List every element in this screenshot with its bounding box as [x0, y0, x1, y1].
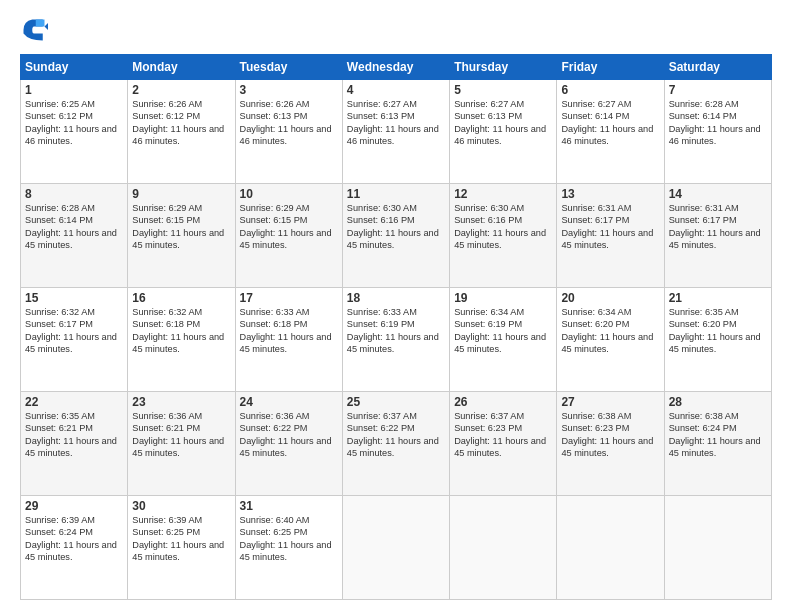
day-number: 5	[454, 83, 552, 97]
calendar-cell: 24 Sunrise: 6:36 AM Sunset: 6:22 PM Dayl…	[235, 392, 342, 496]
day-info: Sunrise: 6:30 AM Sunset: 6:16 PM Dayligh…	[454, 202, 552, 252]
day-number: 22	[25, 395, 123, 409]
calendar-cell: 1 Sunrise: 6:25 AM Sunset: 6:12 PM Dayli…	[21, 80, 128, 184]
day-info: Sunrise: 6:29 AM Sunset: 6:15 PM Dayligh…	[132, 202, 230, 252]
calendar-cell: 5 Sunrise: 6:27 AM Sunset: 6:13 PM Dayli…	[450, 80, 557, 184]
day-number: 4	[347, 83, 445, 97]
weekday-header-tuesday: Tuesday	[235, 55, 342, 80]
day-info: Sunrise: 6:34 AM Sunset: 6:19 PM Dayligh…	[454, 306, 552, 356]
day-info: Sunrise: 6:29 AM Sunset: 6:15 PM Dayligh…	[240, 202, 338, 252]
calendar-cell: 20 Sunrise: 6:34 AM Sunset: 6:20 PM Dayl…	[557, 288, 664, 392]
calendar-cell: 16 Sunrise: 6:32 AM Sunset: 6:18 PM Dayl…	[128, 288, 235, 392]
calendar-cell: 12 Sunrise: 6:30 AM Sunset: 6:16 PM Dayl…	[450, 184, 557, 288]
day-number: 31	[240, 499, 338, 513]
day-number: 9	[132, 187, 230, 201]
weekday-header-monday: Monday	[128, 55, 235, 80]
calendar-cell: 19 Sunrise: 6:34 AM Sunset: 6:19 PM Dayl…	[450, 288, 557, 392]
day-info: Sunrise: 6:37 AM Sunset: 6:22 PM Dayligh…	[347, 410, 445, 460]
day-info: Sunrise: 6:35 AM Sunset: 6:20 PM Dayligh…	[669, 306, 767, 356]
day-info: Sunrise: 6:30 AM Sunset: 6:16 PM Dayligh…	[347, 202, 445, 252]
day-info: Sunrise: 6:34 AM Sunset: 6:20 PM Dayligh…	[561, 306, 659, 356]
calendar-cell: 21 Sunrise: 6:35 AM Sunset: 6:20 PM Dayl…	[664, 288, 771, 392]
logo	[20, 16, 52, 44]
day-info: Sunrise: 6:39 AM Sunset: 6:24 PM Dayligh…	[25, 514, 123, 564]
calendar-cell: 25 Sunrise: 6:37 AM Sunset: 6:22 PM Dayl…	[342, 392, 449, 496]
calendar-cell: 9 Sunrise: 6:29 AM Sunset: 6:15 PM Dayli…	[128, 184, 235, 288]
calendar-cell	[557, 496, 664, 600]
calendar-cell: 29 Sunrise: 6:39 AM Sunset: 6:24 PM Dayl…	[21, 496, 128, 600]
day-number: 17	[240, 291, 338, 305]
day-number: 12	[454, 187, 552, 201]
day-number: 18	[347, 291, 445, 305]
calendar-cell: 10 Sunrise: 6:29 AM Sunset: 6:15 PM Dayl…	[235, 184, 342, 288]
calendar-cell: 15 Sunrise: 6:32 AM Sunset: 6:17 PM Dayl…	[21, 288, 128, 392]
day-info: Sunrise: 6:36 AM Sunset: 6:21 PM Dayligh…	[132, 410, 230, 460]
page: SundayMondayTuesdayWednesdayThursdayFrid…	[0, 0, 792, 612]
calendar-cell: 28 Sunrise: 6:38 AM Sunset: 6:24 PM Dayl…	[664, 392, 771, 496]
day-info: Sunrise: 6:31 AM Sunset: 6:17 PM Dayligh…	[561, 202, 659, 252]
day-number: 3	[240, 83, 338, 97]
logo-icon	[20, 16, 48, 44]
calendar-cell: 22 Sunrise: 6:35 AM Sunset: 6:21 PM Dayl…	[21, 392, 128, 496]
calendar-cell: 17 Sunrise: 6:33 AM Sunset: 6:18 PM Dayl…	[235, 288, 342, 392]
day-number: 25	[347, 395, 445, 409]
day-info: Sunrise: 6:28 AM Sunset: 6:14 PM Dayligh…	[25, 202, 123, 252]
day-info: Sunrise: 6:31 AM Sunset: 6:17 PM Dayligh…	[669, 202, 767, 252]
calendar-cell: 27 Sunrise: 6:38 AM Sunset: 6:23 PM Dayl…	[557, 392, 664, 496]
day-info: Sunrise: 6:28 AM Sunset: 6:14 PM Dayligh…	[669, 98, 767, 148]
day-info: Sunrise: 6:33 AM Sunset: 6:18 PM Dayligh…	[240, 306, 338, 356]
weekday-header-sunday: Sunday	[21, 55, 128, 80]
calendar-cell: 18 Sunrise: 6:33 AM Sunset: 6:19 PM Dayl…	[342, 288, 449, 392]
day-number: 23	[132, 395, 230, 409]
weekday-header-thursday: Thursday	[450, 55, 557, 80]
calendar-cell: 4 Sunrise: 6:27 AM Sunset: 6:13 PM Dayli…	[342, 80, 449, 184]
day-number: 6	[561, 83, 659, 97]
calendar-cell: 31 Sunrise: 6:40 AM Sunset: 6:25 PM Dayl…	[235, 496, 342, 600]
day-number: 8	[25, 187, 123, 201]
day-info: Sunrise: 6:27 AM Sunset: 6:13 PM Dayligh…	[454, 98, 552, 148]
calendar-cell: 30 Sunrise: 6:39 AM Sunset: 6:25 PM Dayl…	[128, 496, 235, 600]
weekday-header-friday: Friday	[557, 55, 664, 80]
day-number: 20	[561, 291, 659, 305]
day-info: Sunrise: 6:27 AM Sunset: 6:13 PM Dayligh…	[347, 98, 445, 148]
day-info: Sunrise: 6:27 AM Sunset: 6:14 PM Dayligh…	[561, 98, 659, 148]
day-info: Sunrise: 6:38 AM Sunset: 6:23 PM Dayligh…	[561, 410, 659, 460]
day-number: 28	[669, 395, 767, 409]
day-info: Sunrise: 6:33 AM Sunset: 6:19 PM Dayligh…	[347, 306, 445, 356]
day-number: 24	[240, 395, 338, 409]
day-info: Sunrise: 6:32 AM Sunset: 6:18 PM Dayligh…	[132, 306, 230, 356]
day-info: Sunrise: 6:38 AM Sunset: 6:24 PM Dayligh…	[669, 410, 767, 460]
calendar-cell: 2 Sunrise: 6:26 AM Sunset: 6:12 PM Dayli…	[128, 80, 235, 184]
weekday-header-wednesday: Wednesday	[342, 55, 449, 80]
day-number: 10	[240, 187, 338, 201]
calendar-cell	[342, 496, 449, 600]
day-number: 15	[25, 291, 123, 305]
day-number: 21	[669, 291, 767, 305]
day-number: 11	[347, 187, 445, 201]
day-number: 19	[454, 291, 552, 305]
day-number: 27	[561, 395, 659, 409]
day-info: Sunrise: 6:40 AM Sunset: 6:25 PM Dayligh…	[240, 514, 338, 564]
day-info: Sunrise: 6:39 AM Sunset: 6:25 PM Dayligh…	[132, 514, 230, 564]
calendar-cell: 7 Sunrise: 6:28 AM Sunset: 6:14 PM Dayli…	[664, 80, 771, 184]
day-number: 2	[132, 83, 230, 97]
calendar-cell: 14 Sunrise: 6:31 AM Sunset: 6:17 PM Dayl…	[664, 184, 771, 288]
day-info: Sunrise: 6:37 AM Sunset: 6:23 PM Dayligh…	[454, 410, 552, 460]
calendar-cell	[664, 496, 771, 600]
calendar-table: SundayMondayTuesdayWednesdayThursdayFrid…	[20, 54, 772, 600]
calendar-cell: 11 Sunrise: 6:30 AM Sunset: 6:16 PM Dayl…	[342, 184, 449, 288]
day-number: 26	[454, 395, 552, 409]
calendar-cell: 26 Sunrise: 6:37 AM Sunset: 6:23 PM Dayl…	[450, 392, 557, 496]
day-number: 13	[561, 187, 659, 201]
day-number: 14	[669, 187, 767, 201]
day-info: Sunrise: 6:26 AM Sunset: 6:13 PM Dayligh…	[240, 98, 338, 148]
header	[20, 16, 772, 44]
calendar-cell: 8 Sunrise: 6:28 AM Sunset: 6:14 PM Dayli…	[21, 184, 128, 288]
day-number: 30	[132, 499, 230, 513]
day-number: 29	[25, 499, 123, 513]
day-number: 7	[669, 83, 767, 97]
day-number: 1	[25, 83, 123, 97]
day-info: Sunrise: 6:32 AM Sunset: 6:17 PM Dayligh…	[25, 306, 123, 356]
day-info: Sunrise: 6:26 AM Sunset: 6:12 PM Dayligh…	[132, 98, 230, 148]
day-number: 16	[132, 291, 230, 305]
